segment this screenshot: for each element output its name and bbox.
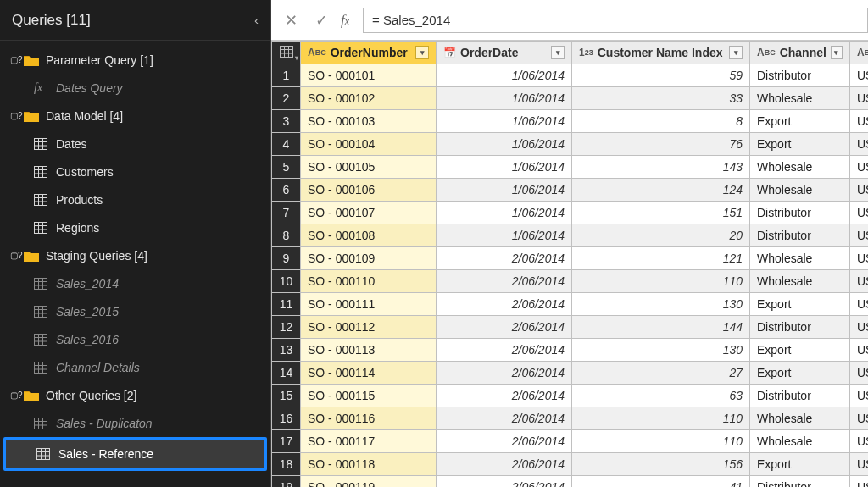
cell-channel[interactable]: Wholesale <box>750 87 850 110</box>
cell-channel[interactable]: Export <box>750 453 850 476</box>
cell-orderdate[interactable]: 2/06/2014 <box>437 293 572 316</box>
cell-channel[interactable]: Distributor <box>750 64 850 87</box>
table-row[interactable]: 3 SO - 000103 1/06/2014 8 Export US <box>272 110 869 133</box>
cell-orderdate[interactable]: 1/06/2014 <box>437 133 572 156</box>
cell-truncated[interactable]: US <box>850 430 869 453</box>
table-row[interactable]: 16 SO - 000116 2/06/2014 110 Wholesale U… <box>272 407 869 430</box>
cell-channel[interactable]: Distributor <box>750 476 850 488</box>
row-number[interactable]: 11 <box>272 293 301 316</box>
cell-orderdate[interactable]: 2/06/2014 <box>437 430 572 453</box>
query-item[interactable]: fxDates Query <box>0 74 270 102</box>
cell-ordernumber[interactable]: SO - 000106 <box>308 183 375 196</box>
cell-customer-index[interactable]: 41 <box>572 476 750 488</box>
query-group[interactable]: ▢? Staging Queries [4] <box>0 241 270 269</box>
row-number[interactable]: 16 <box>272 407 301 430</box>
row-number[interactable]: 7 <box>272 202 301 224</box>
cell-orderdate[interactable]: 2/06/2014 <box>437 453 572 476</box>
cell-orderdate[interactable]: 2/06/2014 <box>437 385 572 407</box>
cell-truncated[interactable]: US <box>850 224 869 247</box>
datatype-icon[interactable]: 📅 <box>443 47 456 58</box>
cell-orderdate[interactable]: 1/06/2014 <box>437 87 572 110</box>
row-number[interactable]: 19 <box>272 476 301 488</box>
cell-orderdate[interactable]: 1/06/2014 <box>437 156 572 179</box>
row-number[interactable]: 6 <box>272 179 301 202</box>
query-item[interactable]: Channel Details <box>0 353 270 381</box>
cell-channel[interactable]: Distributor <box>750 202 850 224</box>
cell-orderdate[interactable]: 1/06/2014 <box>437 179 572 202</box>
cell-ordernumber[interactable]: SO - 000118 <box>308 457 375 471</box>
query-item[interactable]: Sales - Reference <box>3 437 267 471</box>
query-group[interactable]: ▢? Data Model [4] <box>0 102 270 130</box>
cell-customer-index[interactable]: 110 <box>572 430 750 453</box>
cell-truncated[interactable]: US <box>850 476 869 488</box>
cell-ordernumber[interactable]: SO - 000111 <box>308 297 375 311</box>
cell-truncated[interactable]: US <box>850 362 869 385</box>
cell-truncated[interactable]: US <box>850 453 869 476</box>
select-all-corner[interactable]: ▾ <box>272 42 301 64</box>
cell-ordernumber[interactable]: SO - 000109 <box>308 252 375 265</box>
table-row[interactable]: 5 SO - 000105 1/06/2014 143 Wholesale US <box>272 156 869 179</box>
row-number[interactable]: 4 <box>272 133 301 156</box>
row-number[interactable]: 14 <box>272 362 301 385</box>
collapse-pane-icon[interactable]: ‹ <box>254 13 259 27</box>
cell-ordernumber[interactable]: SO - 000119 <box>308 480 375 487</box>
commit-formula-button[interactable]: ✓ <box>310 9 332 31</box>
cell-customer-index[interactable]: 144 <box>572 316 750 339</box>
query-item[interactable]: Regions <box>0 213 270 241</box>
cell-orderdate[interactable]: 2/06/2014 <box>437 270 572 293</box>
table-row[interactable]: 15 SO - 000115 2/06/2014 63 Distributor … <box>272 385 869 407</box>
cell-channel[interactable]: Export <box>750 339 850 362</box>
cell-customer-index[interactable]: 76 <box>572 133 750 156</box>
cell-channel[interactable]: Export <box>750 362 850 385</box>
row-number[interactable]: 2 <box>272 87 301 110</box>
cell-ordernumber[interactable]: SO - 000117 <box>308 434 375 448</box>
cell-orderdate[interactable]: 2/06/2014 <box>437 339 572 362</box>
cell-truncated[interactable]: US <box>850 87 869 110</box>
cell-truncated[interactable]: US <box>850 110 869 133</box>
data-grid[interactable]: ▾ ABC OrderNumber ▾ 📅 OrderDate ▾ 123 Cu… <box>271 41 868 487</box>
row-number[interactable]: 3 <box>272 110 301 133</box>
cell-customer-index[interactable]: 130 <box>572 339 750 362</box>
cell-ordernumber[interactable]: SO - 000105 <box>308 160 375 174</box>
column-filter-dropdown[interactable]: ▾ <box>831 46 843 59</box>
cell-customer-index[interactable]: 59 <box>572 64 750 87</box>
cell-channel[interactable]: Wholesale <box>750 156 850 179</box>
cell-channel[interactable]: Wholesale <box>750 247 850 270</box>
cell-ordernumber[interactable]: SO - 000104 <box>308 137 375 151</box>
cell-orderdate[interactable]: 1/06/2014 <box>437 64 572 87</box>
cell-truncated[interactable]: US <box>850 133 869 156</box>
column-header[interactable]: ABC Channel ▾ <box>750 42 850 64</box>
column-header[interactable]: ABC ▾ <box>850 42 869 64</box>
query-item[interactable]: Products <box>0 185 270 213</box>
cell-ordernumber[interactable]: SO - 000103 <box>308 114 375 128</box>
cell-customer-index[interactable]: 110 <box>572 270 750 293</box>
cell-truncated[interactable]: US <box>850 247 869 270</box>
cell-ordernumber[interactable]: SO - 000102 <box>308 91 375 105</box>
row-number[interactable]: 17 <box>272 430 301 453</box>
query-item[interactable]: Customers <box>0 158 270 185</box>
cell-truncated[interactable]: US <box>850 202 869 224</box>
datatype-icon[interactable]: 123 <box>579 47 593 58</box>
column-header[interactable]: 123 Customer Name Index ▾ <box>572 42 750 64</box>
cell-truncated[interactable]: US <box>850 156 869 179</box>
cell-truncated[interactable]: US <box>850 385 869 407</box>
row-number[interactable]: 10 <box>272 270 301 293</box>
row-number[interactable]: 15 <box>272 385 301 407</box>
cell-orderdate[interactable]: 1/06/2014 <box>437 224 572 247</box>
cell-orderdate[interactable]: 1/06/2014 <box>437 202 572 224</box>
cell-ordernumber[interactable]: SO - 000113 <box>308 343 375 357</box>
table-row[interactable]: 19 SO - 000119 2/06/2014 41 Distributor … <box>272 476 869 488</box>
table-row[interactable]: 6 SO - 000106 1/06/2014 124 Wholesale US <box>272 179 869 202</box>
query-group[interactable]: ▢? Other Queries [2] <box>0 381 270 409</box>
cell-truncated[interactable]: US <box>850 316 869 339</box>
cell-channel[interactable]: Export <box>750 133 850 156</box>
row-number[interactable]: 9 <box>272 247 301 270</box>
cell-channel[interactable]: Distributor <box>750 316 850 339</box>
cell-customer-index[interactable]: 121 <box>572 247 750 270</box>
column-filter-dropdown[interactable]: ▾ <box>415 46 429 59</box>
table-row[interactable]: 1 SO - 000101 1/06/2014 59 Distributor U… <box>272 64 869 87</box>
row-number[interactable]: 18 <box>272 453 301 476</box>
cell-customer-index[interactable]: 8 <box>572 110 750 133</box>
row-number[interactable]: 12 <box>272 316 301 339</box>
cell-orderdate[interactable]: 2/06/2014 <box>437 407 572 430</box>
